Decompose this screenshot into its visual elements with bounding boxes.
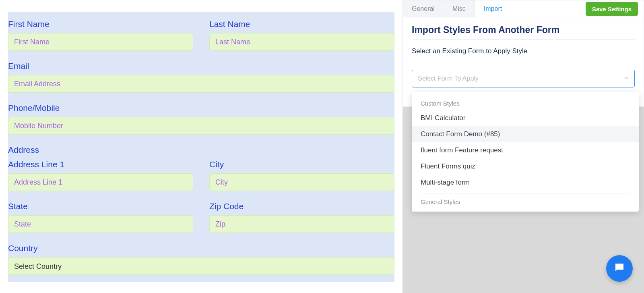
dropdown-group-custom: Custom Styles — [412, 95, 639, 110]
tab-bar: General Misc Import Save Settings — [403, 0, 644, 17]
import-panel-subtitle: Select an Existing Form to Apply Style — [412, 47, 635, 55]
zip-label: Zip Code — [209, 202, 394, 211]
state-input[interactable] — [8, 215, 193, 233]
dropdown-option[interactable]: Multi-stage form — [421, 175, 630, 191]
settings-card: General Misc Import Save Settings Import… — [402, 0, 644, 107]
chat-fab-button[interactable] — [606, 255, 633, 282]
city-label: City — [209, 160, 394, 169]
country-label: Country — [8, 243, 394, 253]
phone-input[interactable] — [8, 117, 394, 135]
form-select-popup: Custom Styles BMI Calculator Contact For… — [412, 92, 639, 212]
tab-import[interactable]: Import — [475, 0, 511, 17]
first-name-input[interactable] — [8, 33, 193, 51]
form-preview-panel: First Name Last Name Email Phone/Mobile … — [0, 0, 402, 293]
zip-input[interactable] — [209, 215, 394, 233]
dropdown-option[interactable]: Contact Form Demo (#85) — [412, 126, 639, 142]
dropdown-group-general: General Styles — [412, 193, 639, 208]
save-settings-button[interactable]: Save Settings — [586, 2, 638, 16]
last-name-label: Last Name — [209, 19, 394, 29]
form-select-dropdown[interactable]: Select Form To Apply — [412, 70, 635, 87]
form-select-placeholder: Select Form To Apply — [418, 75, 479, 82]
address-section-label: Address — [8, 145, 394, 155]
first-name-label: First Name — [8, 19, 193, 29]
import-panel-body: Import Styles From Another Form Select a… — [403, 17, 644, 95]
email-input[interactable] — [8, 75, 394, 93]
popup-scroll[interactable]: Custom Styles BMI Calculator Contact For… — [412, 92, 639, 212]
city-input[interactable] — [209, 173, 394, 191]
settings-panel: General Misc Import Save Settings Import… — [402, 0, 644, 293]
tab-misc[interactable]: Misc — [444, 0, 475, 17]
form-container: First Name Last Name Email Phone/Mobile … — [8, 12, 394, 282]
last-name-input[interactable] — [209, 33, 394, 51]
address-line1-label: Address Line 1 — [8, 160, 193, 169]
tab-general[interactable]: General — [403, 0, 444, 17]
chat-icon — [613, 262, 625, 275]
state-label: State — [8, 202, 193, 211]
phone-label: Phone/Mobile — [8, 103, 394, 113]
email-label: Email — [8, 61, 394, 71]
dropdown-option[interactable]: fluent form Feature request — [421, 142, 630, 158]
dropdown-option[interactable]: BMI Calculator — [421, 110, 630, 126]
chevron-up-icon — [624, 76, 629, 82]
address-line1-input[interactable] — [8, 173, 193, 191]
import-panel-title: Import Styles From Another Form — [412, 25, 635, 40]
dropdown-option[interactable]: Fluent Forms quiz — [421, 158, 630, 175]
country-select[interactable]: Select Country — [8, 257, 394, 275]
